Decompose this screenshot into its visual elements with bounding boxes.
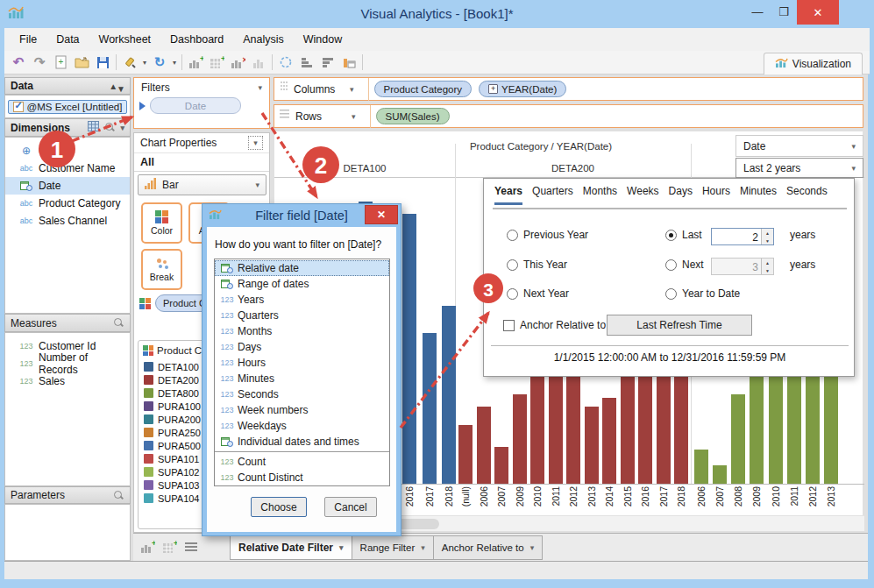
filter-option-range-of-dates[interactable]: Range of dates — [215, 276, 389, 292]
menu-item-dashboard[interactable]: Dashboard — [160, 28, 233, 51]
rows-menu-icon[interactable]: ▾ — [352, 112, 356, 121]
menu-item-file[interactable]: File — [10, 28, 46, 51]
bar-2006[interactable] — [694, 450, 708, 484]
filter-option-minutes[interactable]: 123Minutes — [215, 371, 389, 386]
sort-descending-icon[interactable] — [317, 53, 338, 72]
filter-pill-date[interactable]: Date — [150, 97, 241, 114]
this-year-radio[interactable] — [507, 259, 518, 271]
spin-down-icon[interactable]: ▼ — [762, 266, 773, 274]
parameters-search-icon[interactable] — [113, 490, 124, 501]
menu-item-worksheet[interactable]: Worksheet — [89, 28, 161, 51]
date-unit-tab-weeks[interactable]: Weeks — [627, 185, 658, 205]
menu-item-analysis[interactable]: Analysis — [233, 28, 294, 51]
new-workbook-icon[interactable]: + — [50, 53, 71, 72]
next-years-spinner[interactable]: 3 ▲▼ — [711, 258, 774, 275]
dimensions-search-icon[interactable] — [104, 122, 116, 133]
date-unit-tab-quarters[interactable]: Quarters — [532, 185, 573, 205]
pill-sum-sales[interactable]: SUM(Sales) — [376, 108, 450, 124]
sheet-tab-caret-icon[interactable]: ▾ — [339, 543, 344, 552]
new-dashboard-icon[interactable]: + — [162, 541, 177, 556]
columns-menu-icon[interactable]: ▾ — [350, 85, 354, 94]
filter-option-hours[interactable]: 123Hours — [215, 355, 389, 371]
redo-icon[interactable]: ↷ — [29, 53, 50, 72]
date-unit-tab-days[interactable]: Days — [669, 185, 693, 205]
chart-type-select[interactable]: Bar ▾ — [138, 174, 266, 195]
bar-window-icon[interactable] — [338, 53, 359, 72]
chart-placeholder-icon[interactable] — [248, 53, 269, 72]
field-item-date[interactable]: Date — [5, 177, 130, 195]
bar-2014[interactable] — [602, 398, 616, 484]
date-range-dropdown[interactable]: Last 2 years ▾ — [735, 158, 863, 178]
filter-option-seconds[interactable]: 123Seconds — [215, 386, 389, 402]
date-field-dropdown[interactable]: Date ▾ — [735, 135, 863, 157]
maximize-button[interactable]: ❒ — [771, 0, 797, 23]
spin-down-icon[interactable]: ▼ — [762, 237, 773, 244]
bar-2006[interactable] — [477, 407, 491, 484]
last-refresh-time-button[interactable]: Last Refresh Time — [607, 315, 752, 336]
next-radio[interactable] — [665, 259, 677, 271]
dimensions-menu-icon[interactable]: ▾ — [120, 124, 124, 132]
dialog-close-button[interactable]: ✕ — [365, 205, 398, 224]
filter-option-individual-dates-and-times[interactable]: Individual dates and times — [215, 434, 389, 450]
date-unit-tab-years[interactable]: Years — [494, 185, 522, 205]
bar-2007[interactable] — [494, 447, 508, 484]
data-sort-icon[interactable]: ▲ — [109, 81, 117, 91]
field-item-product-category[interactable]: abcProduct Category — [5, 195, 130, 212]
bar-2016[interactable] — [402, 214, 416, 484]
pill-year-date[interactable]: +YEAR(Date) — [479, 81, 566, 97]
field-item-customer-name[interactable]: abcCustomer Name — [5, 159, 130, 177]
spin-up-icon[interactable]: ▲ — [762, 229, 773, 237]
bar-2017[interactable] — [423, 333, 437, 484]
date-unit-tab-hours[interactable]: Hours — [702, 185, 730, 205]
next-year-radio[interactable] — [507, 288, 518, 300]
format-wand-icon[interactable] — [119, 53, 140, 72]
pill-product-category[interactable]: Product Category — [374, 81, 473, 97]
undo-icon[interactable]: ↶ — [8, 53, 29, 72]
filter-option-count-distinct[interactable]: 123Count Distinct — [215, 470, 389, 485]
spin-up-icon[interactable]: ▲ — [762, 259, 773, 266]
close-button[interactable]: ✕ — [797, 0, 839, 25]
tab-visualization[interactable]: Visualization — [764, 53, 863, 74]
new-worksheet-icon[interactable]: + — [140, 541, 155, 556]
sheet-list-icon[interactable] — [184, 541, 198, 556]
lasso-select-icon[interactable] — [275, 53, 296, 72]
bar-null[interactable] — [458, 425, 473, 484]
choose-button[interactable]: Choose — [251, 497, 307, 517]
bar-2007[interactable] — [713, 465, 727, 484]
add-crosstab-icon[interactable]: + — [206, 53, 227, 72]
filter-option-months[interactable]: 123Months — [215, 323, 389, 339]
filter-option-relative-date[interactable]: Relative date — [215, 260, 389, 276]
sheet-tab-caret-icon[interactable]: ▾ — [421, 543, 425, 552]
cancel-button[interactable]: Cancel — [324, 497, 377, 517]
sheet-tab-range-filter[interactable]: Range Filter▾ — [352, 535, 434, 560]
last-radio[interactable] — [665, 230, 677, 241]
bar-2009[interactable] — [513, 394, 527, 484]
anchor-checkbox[interactable] — [503, 320, 515, 331]
sort-ascending-icon[interactable] — [296, 53, 317, 72]
filter-expand-icon[interactable] — [139, 102, 146, 110]
open-icon[interactable] — [71, 53, 92, 72]
filter-option-days[interactable]: 123Days — [215, 339, 389, 355]
view-data-grid-icon[interactable] — [88, 121, 99, 134]
filter-option-years[interactable]: 123Years — [215, 292, 389, 308]
minimize-button[interactable]: — — [744, 0, 771, 23]
sheet-tab-relative-date-filter[interactable]: Relative Date Filter▾ — [230, 535, 352, 560]
expand-plus-icon[interactable]: + — [488, 84, 498, 94]
date-unit-tab-months[interactable]: Months — [583, 185, 617, 205]
sheet-tab-anchor-relative-to[interactable]: Anchor Relative to▾ — [434, 535, 544, 560]
remove-chart-icon[interactable]: ✕ — [227, 53, 248, 72]
filters-menu-icon[interactable]: ▾ — [258, 83, 262, 92]
filter-option-week-numbers[interactable]: 123Week numbers — [215, 402, 389, 418]
data-source-item[interactable]: @MS Excel [Untitled] — [8, 100, 128, 114]
refresh-icon[interactable]: ↻ — [149, 53, 170, 72]
date-unit-tab-minutes[interactable]: Minutes — [740, 185, 777, 205]
color-button[interactable]: Color — [141, 202, 182, 244]
filter-option-weekdays[interactable]: 123Weekdays — [215, 418, 389, 434]
sheet-tab-caret-icon[interactable]: ▾ — [530, 543, 535, 552]
date-unit-tab-seconds[interactable]: Seconds — [786, 185, 828, 205]
bar-2018[interactable] — [442, 306, 456, 484]
save-icon[interactable] — [92, 53, 113, 72]
measures-search-icon[interactable] — [113, 317, 124, 329]
bar-2013[interactable] — [585, 407, 599, 484]
menu-item-window[interactable]: Window — [294, 28, 352, 51]
